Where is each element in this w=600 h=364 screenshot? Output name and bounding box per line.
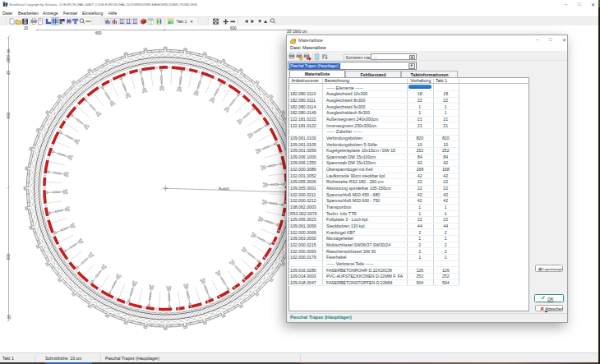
svg-text:600: 600 [95,31,102,35]
svg-text:Takt 1: Takt 1 [177,20,187,24]
svg-text:600: 600 [7,112,11,118]
svg-text:1660 cm: 1660 cm [7,48,11,63]
svg-text:600: 600 [230,26,237,30]
svg-text:20: 20 [7,70,11,75]
svg-text:1660 cm: 1660 cm [293,30,307,34]
svg-text:20: 20 [7,314,12,319]
svg-text:600: 600 [7,253,11,260]
svg-text:R=600: R=600 [219,187,230,191]
svg-text:20: 20 [287,30,292,34]
svg-text:20: 20 [24,26,29,30]
